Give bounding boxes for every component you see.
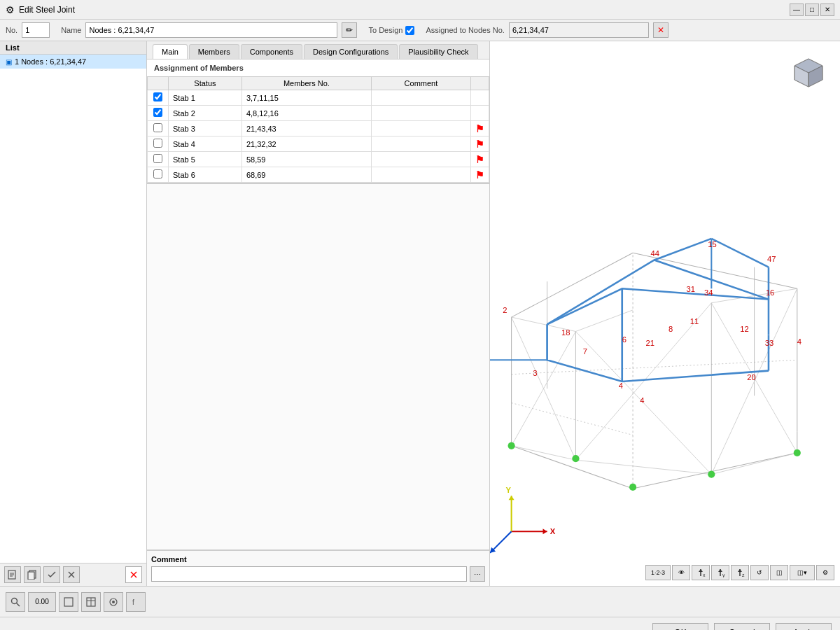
comment-action-button[interactable]: ⋯ bbox=[470, 566, 485, 582]
toolbar-search-button[interactable] bbox=[6, 592, 25, 612]
svg-text:31: 31 bbox=[687, 285, 695, 293]
toolbar-table-button[interactable] bbox=[81, 592, 101, 612]
maximize-button[interactable]: □ bbox=[805, 4, 819, 16]
row-checkbox[interactable] bbox=[153, 154, 162, 163]
row-label: Stab 1 bbox=[169, 90, 242, 106]
view-btn-layer[interactable]: ◫▾ bbox=[790, 565, 815, 580]
tab-design-configurations[interactable]: Design Configurations bbox=[304, 44, 398, 59]
assigned-input bbox=[509, 22, 649, 38]
row-comment bbox=[371, 90, 470, 106]
tab-plausibility-check[interactable]: Plausibility Check bbox=[399, 44, 477, 59]
close-button[interactable]: ✕ bbox=[820, 4, 834, 16]
row-checkbox[interactable] bbox=[153, 92, 162, 102]
right-area: Main Members Components Design Configura… bbox=[147, 41, 840, 586]
view-btn-ty[interactable]: y bbox=[711, 565, 729, 580]
table-row: Stab 4 21,32,32 ⚑ bbox=[148, 136, 489, 152]
toolbar-select-button[interactable] bbox=[59, 592, 78, 612]
row-checkbox[interactable] bbox=[153, 123, 162, 132]
assigned-label: Assigned to Nodes No. bbox=[426, 26, 505, 34]
name-edit-button[interactable]: ✏ bbox=[342, 22, 357, 38]
svg-text:34: 34 bbox=[704, 288, 713, 297]
error-icon: ⚑ bbox=[475, 154, 484, 165]
tab-main[interactable]: Main bbox=[153, 44, 188, 59]
row-checkbox-cell[interactable] bbox=[148, 152, 169, 167]
table-row: Stab 2 4,8,12,16 bbox=[148, 106, 489, 121]
no-label: No. bbox=[6, 26, 18, 34]
cube-navigator[interactable] bbox=[784, 48, 833, 97]
svg-text:11: 11 bbox=[690, 317, 699, 326]
name-input[interactable] bbox=[85, 22, 337, 38]
svg-text:21: 21 bbox=[645, 339, 654, 347]
view-btn-rotate[interactable]: ↺ bbox=[750, 565, 769, 580]
table-row: Stab 3 21,43,43 ⚑ bbox=[148, 121, 489, 136]
view-btn-tz[interactable]: z bbox=[731, 565, 749, 580]
svg-text:33: 33 bbox=[765, 339, 774, 347]
list-item-icon: ▣ bbox=[6, 58, 12, 66]
view-btn-split[interactable]: ◫ bbox=[770, 565, 788, 580]
assignment-title: Assignment of Members bbox=[147, 59, 489, 76]
row-checkbox[interactable] bbox=[153, 169, 162, 178]
row-label: Stab 6 bbox=[169, 167, 242, 183]
svg-text:47: 47 bbox=[767, 255, 776, 263]
row-label: Stab 2 bbox=[169, 106, 242, 121]
svg-line-100 bbox=[17, 603, 20, 606]
view-btn-numbers[interactable]: 1·2·3 bbox=[645, 565, 671, 580]
list-container: ▣ 1 Nodes : 6,21,34,47 bbox=[0, 55, 146, 69]
name-label: Name bbox=[61, 26, 81, 34]
row-checkbox[interactable] bbox=[153, 139, 162, 148]
row-checkbox-cell[interactable] bbox=[148, 106, 169, 121]
list-item-label: 1 Nodes : 6,21,34,47 bbox=[15, 57, 86, 66]
row-checkbox-cell[interactable] bbox=[148, 167, 169, 183]
list-toolbar bbox=[0, 563, 146, 586]
title-bar-text: Edit Steel Joint bbox=[19, 5, 75, 15]
to-design-checkbox[interactable] bbox=[405, 26, 414, 35]
cancel-button[interactable]: Cancel bbox=[714, 623, 770, 631]
svg-text:3: 3 bbox=[533, 369, 537, 377]
list-header: List bbox=[0, 41, 146, 55]
row-checkbox-cell[interactable] bbox=[148, 121, 169, 136]
table-row: Stab 5 58,59 ⚑ bbox=[148, 152, 489, 167]
no-input[interactable] bbox=[22, 22, 50, 38]
view-btn-settings[interactable]: ⚙ bbox=[816, 565, 834, 580]
toolbar-value-button[interactable]: 0.00 bbox=[28, 592, 56, 612]
toolbar-formula-button[interactable]: f bbox=[126, 592, 146, 612]
delete-button[interactable] bbox=[125, 566, 142, 583]
ok-button[interactable]: OK bbox=[652, 623, 708, 631]
duplicate-button[interactable] bbox=[24, 566, 41, 583]
app-icon: ⚙ bbox=[6, 4, 15, 15]
apply-button[interactable]: Apply bbox=[776, 623, 832, 631]
svg-text:8: 8 bbox=[668, 325, 673, 333]
svg-text:4: 4 bbox=[640, 396, 644, 405]
tab-area: Main Members Components Design Configura… bbox=[147, 41, 490, 586]
svg-point-58 bbox=[708, 470, 715, 477]
row-members: 68,69 bbox=[241, 167, 371, 183]
col-header-status: Status bbox=[169, 77, 242, 90]
bottom-toolbar: 0.00 f bbox=[0, 586, 840, 617]
error-icon: ⚑ bbox=[475, 169, 484, 181]
svg-text:z: z bbox=[742, 573, 745, 578]
check-button[interactable] bbox=[43, 566, 60, 583]
3d-view: 2 3 4 18 7 6 21 8 11 12 34 15 16 33 4 31 bbox=[490, 41, 840, 586]
assigned-clear-button[interactable]: ✕ bbox=[653, 22, 668, 38]
svg-text:12: 12 bbox=[740, 325, 748, 333]
name-field: Name ✏ bbox=[61, 22, 357, 38]
comment-text-input[interactable] bbox=[151, 566, 467, 582]
comment-label: Comment bbox=[151, 555, 485, 564]
tab-members[interactable]: Members bbox=[189, 44, 239, 59]
svg-text:f: f bbox=[132, 598, 134, 606]
minimize-button[interactable]: — bbox=[790, 4, 804, 16]
toolbar-render-button[interactable] bbox=[104, 592, 123, 612]
row-checkbox[interactable] bbox=[153, 108, 162, 117]
row-error bbox=[471, 106, 489, 121]
view-btn-eye[interactable]: 👁 bbox=[672, 565, 690, 580]
to-design-label: To Design bbox=[368, 26, 402, 34]
uncheck-button[interactable] bbox=[63, 566, 80, 583]
new-button[interactable] bbox=[4, 566, 21, 583]
row-members: 58,59 bbox=[241, 152, 371, 167]
tab-components[interactable]: Components bbox=[241, 44, 302, 59]
view-btn-tx[interactable]: x bbox=[692, 565, 710, 580]
row-checkbox-cell[interactable] bbox=[148, 136, 169, 152]
list-item[interactable]: ▣ 1 Nodes : 6,21,34,47 bbox=[0, 55, 146, 69]
row-checkbox-cell[interactable] bbox=[148, 90, 169, 106]
row-members: 4,8,12,16 bbox=[241, 106, 371, 121]
